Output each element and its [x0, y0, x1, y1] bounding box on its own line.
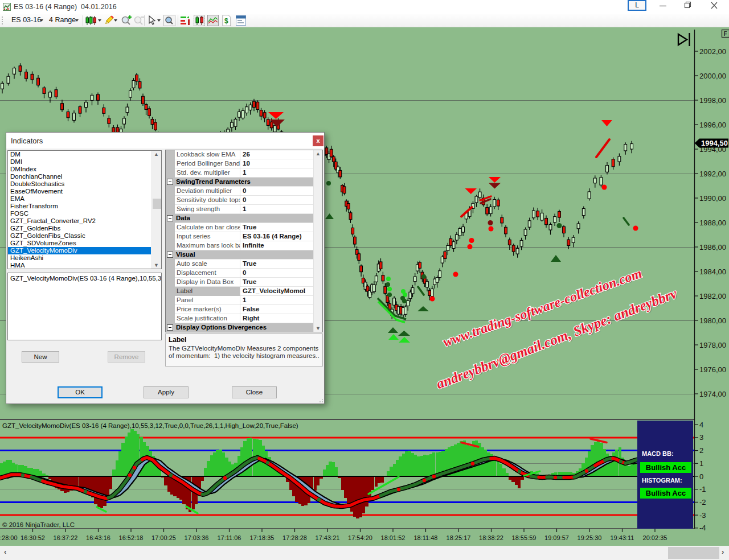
svg-text:1990,00: 1990,00 [699, 194, 726, 203]
svg-text:1996,00: 1996,00 [699, 121, 726, 129]
svg-text:1992,00: 1992,00 [699, 170, 726, 178]
svg-text:18:25:17: 18:25:17 [447, 534, 471, 541]
svg-text:1976,00: 1976,00 [699, 365, 726, 374]
svg-text:-2: -2 [699, 498, 706, 507]
svg-text:16:52:18: 16:52:18 [119, 534, 144, 541]
svg-text:0: 0 [699, 472, 703, 481]
svg-text:2002,00: 2002,00 [699, 47, 726, 56]
svg-text:1978,00: 1978,00 [699, 341, 726, 349]
svg-text:20:02:35: 20:02:35 [643, 534, 667, 541]
svg-text:-1: -1 [699, 485, 706, 493]
svg-text:-4: -4 [699, 524, 706, 532]
svg-text:17:54:20: 17:54:20 [348, 534, 372, 541]
svg-text:17:18:35: 17:18:35 [250, 534, 275, 541]
svg-text:1982,00: 1982,00 [699, 292, 726, 300]
svg-text:$: $ [224, 17, 228, 25]
svg-text:2: 2 [699, 446, 703, 455]
svg-text:17:43:21: 17:43:21 [316, 534, 340, 541]
svg-text:GZT_VelocityMomoDiv(ES 03-16 (: GZT_VelocityMomoDiv(ES 03-16 (4 Range),1… [2, 422, 298, 429]
svg-text:Bullish Acc: Bullish Acc [646, 489, 686, 497]
svg-text:16:43:16: 16:43:16 [86, 534, 110, 541]
svg-text:1980,00: 1980,00 [699, 316, 726, 325]
svg-text:1984,00: 1984,00 [699, 267, 726, 276]
svg-text:2000,00: 2000,00 [699, 72, 726, 80]
svg-text:17:28:28: 17:28:28 [282, 534, 307, 541]
svg-text:3: 3 [699, 433, 703, 442]
svg-text:© 2016 NinjaTrader, LLC: © 2016 NinjaTrader, LLC [2, 521, 75, 528]
svg-text:1988,00: 1988,00 [699, 219, 726, 227]
svg-text:1998,00: 1998,00 [699, 96, 726, 105]
svg-text:17:00:25: 17:00:25 [151, 534, 176, 541]
svg-text:17:11:06: 17:11:06 [217, 534, 241, 541]
svg-text:1994,50: 1994,50 [701, 139, 728, 147]
svg-text:16:30:52: 16:30:52 [21, 534, 45, 541]
svg-text:19:43:11: 19:43:11 [610, 534, 634, 541]
svg-text:17:03:36: 17:03:36 [185, 534, 209, 541]
svg-text:19:09:57: 19:09:57 [544, 534, 569, 541]
svg-text:18:55:59: 18:55:59 [512, 534, 536, 541]
svg-text:MACD BB:: MACD BB: [642, 450, 674, 457]
svg-text:18:11:48: 18:11:48 [413, 534, 437, 541]
svg-text:Bullish Acc: Bullish Acc [646, 463, 686, 472]
svg-text:1: 1 [699, 459, 703, 468]
svg-text:F: F [724, 31, 727, 37]
svg-text:18:38:22: 18:38:22 [479, 534, 503, 541]
svg-text:4: 4 [699, 421, 703, 429]
svg-text:HISTOGRAM:: HISTOGRAM: [642, 477, 682, 484]
svg-text::28:00: :28:00 [0, 534, 18, 541]
svg-text:1986,00: 1986,00 [699, 243, 726, 252]
svg-text:16:37:22: 16:37:22 [54, 534, 78, 541]
svg-text:-3: -3 [699, 511, 706, 520]
svg-text:1974,00: 1974,00 [699, 390, 726, 398]
svg-text:19:25:30: 19:25:30 [578, 534, 602, 541]
svg-text:18:01:52: 18:01:52 [381, 534, 406, 541]
